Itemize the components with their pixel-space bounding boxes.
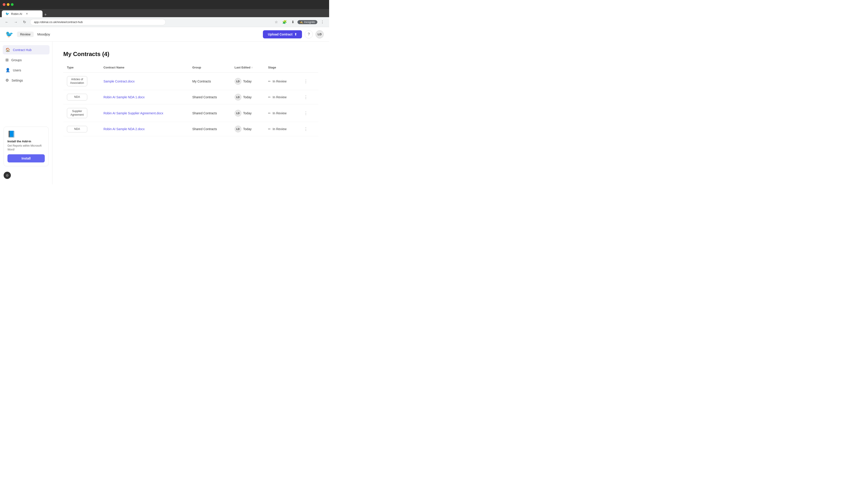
- cell-type: NDA: [63, 90, 100, 104]
- col-group: Group: [189, 64, 231, 72]
- row-menu-button[interactable]: ⋮: [302, 126, 310, 132]
- upload-icon: ⬆: [294, 33, 297, 36]
- settings-icon: ⚙: [5, 78, 9, 83]
- top-nav: 🐦 Review Moodjoy Upload Contract ⬆ ? LD: [0, 27, 329, 41]
- sidebar-label-groups: Groups: [11, 58, 22, 62]
- page-title: My Contracts (4): [63, 51, 318, 58]
- word-icon: 📘: [7, 130, 45, 138]
- menu-button[interactable]: ⋮: [319, 19, 326, 25]
- review-badge[interactable]: Review: [17, 32, 34, 37]
- cell-actions: ⋮: [298, 104, 318, 122]
- cell-last-edited: LDToday: [231, 90, 265, 104]
- cell-group: Shared Contracts: [189, 122, 231, 136]
- download-button[interactable]: ⬇: [290, 19, 296, 25]
- address-bar: ← → ↻ ☆ 🧩 ⬇ 🕵 Incognito ⋮: [0, 17, 329, 27]
- main-content: 🏠 Contract Hub ⊞ Groups 👤 Users ⚙ Settin…: [0, 41, 329, 184]
- reload-button[interactable]: ↻: [22, 19, 27, 25]
- row-avatar: LD: [235, 78, 241, 85]
- forward-button[interactable]: →: [13, 19, 19, 25]
- cell-last-edited: LDToday: [231, 72, 265, 90]
- bookmark-button[interactable]: ☆: [273, 19, 279, 25]
- contract-link[interactable]: Robin AI Sample NDA 2.docx: [103, 127, 145, 131]
- table-header: Type Contract Name Group Last Edited ↑: [63, 64, 318, 72]
- cell-contract-name: Sample Contract.docx: [100, 72, 189, 90]
- col-stage: Stage: [265, 64, 298, 72]
- install-button[interactable]: Install: [7, 154, 45, 162]
- sidebar-item-settings[interactable]: ⚙ Settings: [3, 76, 50, 85]
- contract-link[interactable]: Sample Contract.docx: [103, 79, 135, 83]
- sidebar-item-contract-hub[interactable]: 🏠 Contract Hub: [3, 45, 50, 55]
- edit-icon: ✏: [268, 95, 271, 99]
- tab-title: Robin AI: [11, 12, 22, 15]
- sidebar-label-users: Users: [13, 68, 21, 72]
- incognito-label: Incognito: [304, 21, 315, 24]
- row-menu-button[interactable]: ⋮: [302, 94, 310, 100]
- window-controls: [3, 3, 13, 6]
- maximize-button[interactable]: [11, 3, 13, 6]
- sidebar: 🏠 Contract Hub ⊞ Groups 👤 Users ⚙ Settin…: [0, 41, 53, 184]
- url-input[interactable]: [30, 19, 166, 25]
- stage-text: In Review: [273, 95, 286, 99]
- table-body: Articles of AssociationSample Contract.d…: [63, 72, 318, 136]
- cell-group: Shared Contracts: [189, 104, 231, 122]
- help-icon: ?: [308, 32, 310, 36]
- cell-type: Supplier Agreement: [63, 104, 100, 122]
- groups-icon: ⊞: [5, 58, 8, 62]
- row-menu-button[interactable]: ⋮: [302, 78, 310, 85]
- col-type: Type: [63, 64, 100, 72]
- feedback-button[interactable]: ⊙: [4, 172, 11, 179]
- cell-actions: ⋮: [298, 90, 318, 104]
- active-tab[interactable]: 🐦 Robin AI ✕: [2, 10, 42, 17]
- workspace-name: Moodjoy: [37, 32, 50, 36]
- logo: 🐦: [5, 31, 13, 38]
- app-layout: 🐦 Review Moodjoy Upload Contract ⬆ ? LD …: [0, 27, 329, 184]
- type-badge: NDA: [67, 126, 87, 133]
- addin-description: Get Reports within Microsoft Word!: [7, 144, 45, 152]
- cell-last-edited: LDToday: [231, 122, 265, 136]
- sidebar-item-groups[interactable]: ⊞ Groups: [3, 55, 50, 65]
- cell-stage: ✏In Review: [265, 122, 298, 136]
- cell-group: My Contracts: [189, 72, 231, 90]
- new-tab-button[interactable]: +: [42, 12, 49, 17]
- cell-stage: ✏In Review: [265, 72, 298, 90]
- cell-contract-name: Robin AI Sample NDA 1.docx: [100, 90, 189, 104]
- tab-close-icon[interactable]: ✕: [26, 12, 28, 15]
- stage-text: In Review: [273, 79, 286, 83]
- minimize-button[interactable]: [7, 3, 9, 6]
- close-button[interactable]: [3, 3, 5, 6]
- user-avatar[interactable]: LD: [315, 30, 324, 38]
- table-row: Articles of AssociationSample Contract.d…: [63, 72, 318, 90]
- cell-type: Articles of Association: [63, 72, 100, 90]
- contracts-table: Type Contract Name Group Last Edited ↑: [63, 64, 318, 136]
- last-edited-text: Today: [243, 127, 252, 131]
- addin-title: Install the Add-in: [7, 140, 45, 143]
- logo-bird-icon: 🐦: [5, 31, 13, 38]
- col-last-edited[interactable]: Last Edited ↑: [231, 64, 265, 72]
- addin-card: 📘 Install the Add-in Get Reports within …: [4, 127, 49, 166]
- last-edited-text: Today: [243, 111, 252, 115]
- row-avatar: LD: [235, 126, 241, 132]
- edit-icon: ✏: [268, 111, 271, 115]
- cell-contract-name: Robin AI Sample Supplier Agreement.docx: [100, 104, 189, 122]
- nav-right: Upload Contract ⬆ ? LD: [263, 30, 324, 38]
- back-button[interactable]: ←: [4, 19, 10, 25]
- type-badge: Articles of Association: [67, 76, 87, 86]
- upload-label: Upload Contract: [268, 33, 292, 36]
- row-menu-button[interactable]: ⋮: [302, 110, 310, 116]
- contract-link[interactable]: Robin AI Sample NDA 1.docx: [103, 95, 145, 99]
- incognito-badge: 🕵 Incognito: [298, 20, 317, 24]
- contract-link[interactable]: Robin AI Sample Supplier Agreement.docx: [103, 111, 163, 115]
- table-row: NDARobin AI Sample NDA 2.docxShared Cont…: [63, 122, 318, 136]
- extensions-button[interactable]: 🧩: [281, 19, 288, 25]
- sidebar-item-users[interactable]: 👤 Users: [3, 66, 50, 75]
- tab-favicon: 🐦: [5, 12, 9, 15]
- type-badge: NDA: [67, 94, 87, 101]
- sidebar-label-settings: Settings: [11, 78, 23, 82]
- cell-type: NDA: [63, 122, 100, 136]
- users-icon: 👤: [5, 68, 10, 72]
- edit-icon: ✏: [268, 79, 271, 83]
- help-button[interactable]: ?: [305, 30, 313, 38]
- review-label: Review: [20, 33, 31, 36]
- sidebar-label-contract-hub: Contract Hub: [13, 48, 31, 52]
- upload-contract-button[interactable]: Upload Contract ⬆: [263, 30, 302, 38]
